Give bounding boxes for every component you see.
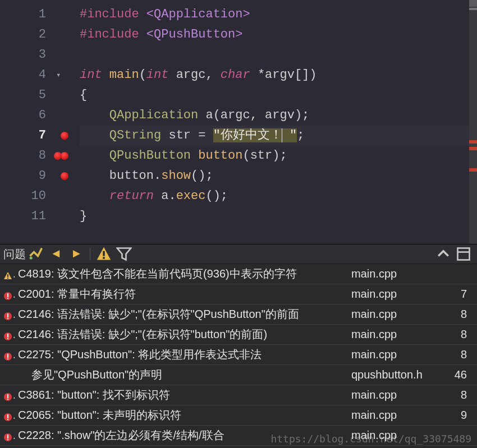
svg-rect-29	[7, 439, 8, 440]
problem-line: 46	[449, 365, 477, 385]
problem-file: main.cpp	[348, 405, 449, 426]
problem-message: C4819: 该文件包含不能在当前代码页(936)中表示的字符	[15, 264, 348, 284]
code-line[interactable]: #include <QApplication>	[80, 4, 477, 25]
svg-rect-20	[7, 358, 8, 359]
problem-file: main.cpp	[348, 264, 449, 284]
scrollbar-thumb[interactable]	[469, 0, 477, 7]
svg-rect-2	[103, 251, 105, 256]
warning-filter-button[interactable]	[96, 246, 112, 262]
svg-rect-16	[7, 334, 8, 338]
line-number: 5	[0, 85, 46, 105]
code-line[interactable]: QApplication a(argc, argv);	[80, 105, 477, 126]
problem-row[interactable]: C4819: 该文件包含不能在当前代码页(936)中表示的字符main.cpp	[0, 264, 477, 284]
code-line[interactable]	[80, 45, 477, 65]
svg-point-0	[30, 256, 33, 259]
problem-row[interactable]: C2146: 语法错误: 缺少";"(在标识符"QPushButton"的前面m…	[0, 304, 477, 325]
svg-rect-10	[7, 293, 8, 297]
string-literal: "你好中文！	[213, 128, 282, 142]
problem-file: main.cpp	[348, 325, 449, 345]
filter-button[interactable]	[116, 246, 132, 262]
svg-rect-11	[7, 298, 8, 299]
line-number: 4	[0, 65, 46, 85]
problem-row[interactable]: C2001: 常量中有换行符main.cpp7	[0, 284, 477, 304]
code-editor[interactable]: 1234567891011 ▾ #include <QApplication>#…	[0, 0, 477, 244]
svg-rect-25	[7, 414, 8, 418]
error-icon	[0, 325, 15, 345]
panel-menu-button[interactable]	[456, 246, 471, 262]
svg-rect-19	[7, 354, 8, 358]
problem-row[interactable]: C2146: 语法错误: 缺少";"(在标识符"button"的前面)main.…	[0, 325, 477, 345]
problems-panel-titlebar: 问题 ◄ ►	[0, 244, 477, 264]
svg-rect-23	[7, 399, 8, 400]
svg-rect-8	[7, 278, 8, 279]
line-number: 6	[0, 105, 46, 126]
fold-chevron-icon[interactable]: ▾	[56, 70, 61, 80]
code-line[interactable]: {	[80, 85, 477, 105]
watermark: https://blog.csdn.net/qq_33075489	[270, 433, 471, 445]
problem-line: 7	[449, 284, 477, 304]
problem-file: main.cpp	[348, 385, 449, 405]
problem-message: C2001: 常量中有换行符	[15, 284, 348, 304]
problem-file: main.cpp	[348, 345, 449, 365]
problem-line: 9	[449, 405, 477, 426]
line-number: 11	[0, 206, 46, 227]
error-icon	[0, 405, 15, 426]
fold-column[interactable]: ▾	[56, 0, 68, 244]
problem-line: 8	[449, 345, 477, 365]
line-number: 2	[0, 25, 46, 45]
problem-row[interactable]: C2275: "QPushButton": 将此类型用作表达式非法main.cp…	[0, 345, 477, 365]
error-icon	[0, 385, 15, 405]
svg-rect-4	[458, 248, 470, 260]
problem-message: C2065: "button": 未声明的标识符	[15, 405, 348, 426]
breakpoint-icon[interactable]	[61, 172, 68, 180]
problem-line	[449, 264, 477, 284]
problems-list[interactable]: C4819: 该文件包含不能在当前代码页(936)中表示的字符main.cppC…	[0, 264, 477, 448]
code-line[interactable]: }	[80, 206, 477, 227]
problem-file: qpushbutton.h	[348, 365, 449, 385]
svg-rect-22	[7, 394, 8, 398]
code-line[interactable]: return a.exec();	[80, 186, 477, 206]
svg-rect-28	[7, 435, 8, 438]
problem-line: 8	[449, 325, 477, 345]
svg-rect-14	[7, 318, 8, 319]
svg-rect-17	[7, 338, 8, 339]
problem-message: C2146: 语法错误: 缺少";"(在标识符"QPushButton"的前面	[15, 304, 348, 325]
line-number: 8	[0, 146, 46, 166]
error-icon	[0, 284, 15, 304]
problem-row[interactable]: C2065: "button": 未声明的标识符main.cpp9	[0, 405, 477, 426]
code-line[interactable]: int main(int argc, char *argv[])	[80, 65, 477, 85]
scrollbar-error-mark	[469, 168, 477, 172]
vertical-scrollbar[interactable]	[469, 0, 477, 244]
problem-line: 8	[449, 304, 477, 325]
clear-button[interactable]	[28, 246, 44, 262]
error-icon	[0, 304, 15, 325]
line-number: 3	[0, 45, 46, 65]
problem-message: 参见"QPushButton"的声明	[15, 365, 348, 385]
error-icon	[0, 426, 15, 446]
collapse-panel-button[interactable]	[435, 246, 451, 262]
breakpoint-column[interactable]	[68, 0, 77, 244]
breakpoint-icon[interactable]	[61, 132, 68, 140]
warning-icon	[0, 264, 15, 284]
code-line[interactable]: button.show();	[80, 166, 477, 186]
code-area[interactable]: #include <QApplication>#include <QPushBu…	[77, 0, 477, 244]
next-issue-button[interactable]: ►	[68, 246, 84, 262]
problem-file: main.cpp	[348, 304, 449, 325]
line-number: 1	[0, 4, 46, 25]
problem-row[interactable]: C3861: "button": 找不到标识符main.cpp8	[0, 385, 477, 405]
problem-message: C3861: "button": 找不到标识符	[15, 385, 348, 405]
panel-title: 问题	[3, 247, 26, 262]
line-number: 10	[0, 186, 46, 206]
code-line[interactable]: QString str = "你好中文！ ";	[80, 126, 477, 146]
code-line[interactable]: QPushButton button(str);	[80, 146, 477, 166]
problem-row[interactable]: 参见"QPushButton"的声明qpushbutton.h46	[0, 365, 477, 385]
breakpoint-icon[interactable]	[54, 152, 62, 160]
text-cursor	[282, 128, 290, 142]
svg-rect-7	[7, 274, 8, 277]
line-number-gutter: 1234567891011	[0, 0, 56, 244]
line-number: 9	[0, 166, 46, 186]
code-line[interactable]: #include <QPushButton>	[80, 25, 477, 45]
line-number: 7	[0, 126, 46, 146]
breakpoint-icon[interactable]	[61, 152, 68, 160]
prev-issue-button[interactable]: ◄	[48, 246, 64, 262]
